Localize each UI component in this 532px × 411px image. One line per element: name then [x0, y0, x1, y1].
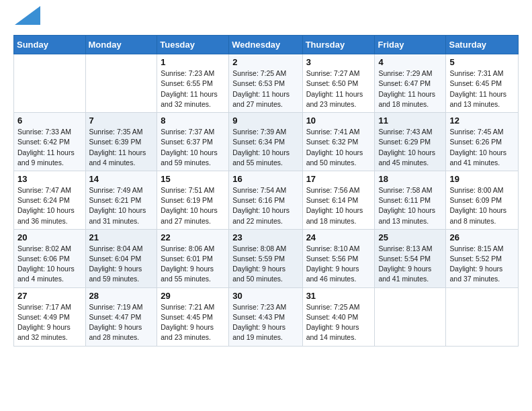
day-number: 31 — [306, 291, 371, 301]
calendar-cell: 2 Sunrise: 7:25 AM Sunset: 6:53 PM Dayli… — [229, 54, 302, 113]
cell-content: Sunrise: 7:23 AM Sunset: 4:43 PM Dayligh… — [232, 302, 298, 343]
header-row: SundayMondayTuesdayWednesdayThursdayFrid… — [14, 36, 519, 54]
calendar-cell: 11 Sunrise: 7:43 AM Sunset: 6:29 PM Dayl… — [375, 113, 446, 171]
calendar-cell: 4 Sunrise: 7:29 AM Sunset: 6:47 PM Dayli… — [375, 54, 446, 113]
daylight-text: Daylight: 9 hours and 50 minutes. — [232, 265, 285, 283]
sunset-text: Sunset: 5:54 PM — [378, 255, 431, 263]
sunrise-text: Sunrise: 7:19 AM — [89, 303, 143, 311]
page: SundayMondayTuesdayWednesdayThursdayFrid… — [0, 0, 532, 357]
daylight-text: Daylight: 10 hours and 27 minutes. — [161, 206, 218, 224]
day-header-sunday: Sunday — [14, 36, 86, 54]
logo-icon — [15, 6, 40, 25]
sunset-text: Sunset: 6:37 PM — [161, 138, 213, 146]
cell-content: Sunrise: 8:00 AM Sunset: 6:09 PM Dayligh… — [449, 185, 515, 226]
daylight-text: Daylight: 11 hours and 23 minutes. — [306, 90, 363, 108]
calendar-cell: 14 Sunrise: 7:49 AM Sunset: 6:21 PM Dayl… — [85, 171, 157, 229]
header — [13, 11, 519, 27]
calendar-cell: 1 Sunrise: 7:23 AM Sunset: 6:55 PM Dayli… — [157, 54, 229, 113]
calendar-cell: 5 Sunrise: 7:31 AM Sunset: 6:45 PM Dayli… — [446, 54, 519, 113]
sunrise-text: Sunrise: 8:04 AM — [89, 244, 143, 253]
cell-content: Sunrise: 7:21 AM Sunset: 4:45 PM Dayligh… — [161, 302, 225, 343]
sunset-text: Sunset: 6:55 PM — [161, 79, 213, 87]
sunrise-text: Sunrise: 7:51 AM — [161, 186, 214, 194]
daylight-text: Daylight: 11 hours and 9 minutes. — [17, 148, 75, 167]
day-number: 20 — [17, 232, 82, 242]
sunset-text: Sunset: 6:01 PM — [161, 255, 213, 263]
day-number: 15 — [161, 174, 225, 184]
calendar-cell: 15 Sunrise: 7:51 AM Sunset: 6:19 PM Dayl… — [157, 171, 229, 229]
sunrise-text: Sunrise: 8:06 AM — [161, 244, 214, 253]
cell-content: Sunrise: 7:56 AM Sunset: 6:14 PM Dayligh… — [306, 185, 371, 226]
cell-content: Sunrise: 7:43 AM Sunset: 6:29 PM Dayligh… — [378, 127, 442, 168]
sunrise-text: Sunrise: 7:21 AM — [161, 303, 214, 311]
sunrise-text: Sunrise: 7:23 AM — [232, 303, 286, 311]
sunset-text: Sunset: 6:45 PM — [449, 79, 502, 87]
day-number: 9 — [232, 116, 298, 126]
sunset-text: Sunset: 6:19 PM — [161, 196, 213, 204]
daylight-text: Daylight: 9 hours and 37 minutes. — [449, 265, 502, 283]
day-number: 26 — [449, 232, 515, 242]
cell-content: Sunrise: 8:15 AM Sunset: 5:52 PM Dayligh… — [449, 244, 515, 285]
sunset-text: Sunset: 6:06 PM — [17, 255, 70, 263]
calendar-cell — [14, 54, 86, 113]
sunset-text: Sunset: 4:49 PM — [17, 313, 70, 321]
week-row-2: 6 Sunrise: 7:33 AM Sunset: 6:42 PM Dayli… — [14, 113, 519, 171]
sunset-text: Sunset: 6:53 PM — [232, 79, 285, 87]
daylight-text: Daylight: 10 hours and 8 minutes. — [449, 206, 506, 224]
daylight-text: Daylight: 10 hours and 36 minutes. — [17, 206, 75, 224]
calendar-cell: 21 Sunrise: 8:04 AM Sunset: 6:04 PM Dayl… — [85, 229, 157, 287]
daylight-text: Daylight: 9 hours and 46 minutes. — [306, 265, 359, 283]
daylight-text: Daylight: 10 hours and 45 minutes. — [378, 148, 435, 167]
day-number: 27 — [17, 291, 82, 301]
sunrise-text: Sunrise: 8:08 AM — [232, 244, 286, 253]
cell-content: Sunrise: 7:49 AM Sunset: 6:21 PM Dayligh… — [89, 185, 154, 226]
sunrise-text: Sunrise: 8:02 AM — [17, 244, 71, 253]
day-number: 13 — [17, 174, 82, 184]
sunset-text: Sunset: 5:59 PM — [232, 255, 285, 263]
day-number: 3 — [306, 57, 371, 67]
day-number: 11 — [378, 116, 442, 126]
svg-marker-0 — [15, 6, 40, 25]
sunrise-text: Sunrise: 8:15 AM — [449, 244, 503, 253]
day-number: 1 — [161, 57, 225, 67]
daylight-text: Daylight: 11 hours and 18 minutes. — [378, 90, 435, 108]
sunrise-text: Sunrise: 7:23 AM — [161, 69, 214, 77]
sunrise-text: Sunrise: 7:39 AM — [232, 128, 286, 136]
daylight-text: Daylight: 10 hours and 31 minutes. — [89, 206, 146, 224]
cell-content: Sunrise: 7:29 AM Sunset: 6:47 PM Dayligh… — [378, 68, 442, 109]
cell-content: Sunrise: 7:19 AM Sunset: 4:47 PM Dayligh… — [89, 302, 154, 343]
calendar-cell — [446, 287, 519, 346]
sunrise-text: Sunrise: 8:00 AM — [449, 186, 503, 194]
cell-content: Sunrise: 8:02 AM Sunset: 6:06 PM Dayligh… — [17, 244, 82, 285]
sunset-text: Sunset: 6:24 PM — [17, 196, 70, 204]
sunset-text: Sunset: 5:52 PM — [449, 255, 502, 263]
daylight-text: Daylight: 11 hours and 27 minutes. — [232, 90, 290, 108]
daylight-text: Daylight: 10 hours and 41 minutes. — [449, 148, 506, 167]
cell-content: Sunrise: 8:13 AM Sunset: 5:54 PM Dayligh… — [378, 244, 442, 285]
calendar-cell: 30 Sunrise: 7:23 AM Sunset: 4:43 PM Dayl… — [229, 287, 302, 346]
daylight-text: Daylight: 11 hours and 4 minutes. — [89, 148, 146, 167]
calendar-cell: 6 Sunrise: 7:33 AM Sunset: 6:42 PM Dayli… — [14, 113, 86, 171]
calendar-cell: 29 Sunrise: 7:21 AM Sunset: 4:45 PM Dayl… — [157, 287, 229, 346]
week-row-4: 20 Sunrise: 8:02 AM Sunset: 6:06 PM Dayl… — [14, 229, 519, 287]
sunrise-text: Sunrise: 7:49 AM — [89, 186, 143, 194]
cell-content: Sunrise: 7:45 AM Sunset: 6:26 PM Dayligh… — [449, 127, 515, 168]
cell-content: Sunrise: 7:31 AM Sunset: 6:45 PM Dayligh… — [449, 68, 515, 109]
cell-content: Sunrise: 8:10 AM Sunset: 5:56 PM Dayligh… — [306, 244, 371, 285]
day-header-saturday: Saturday — [446, 36, 519, 54]
cell-content: Sunrise: 7:58 AM Sunset: 6:11 PM Dayligh… — [378, 185, 442, 226]
sunset-text: Sunset: 6:39 PM — [89, 138, 142, 146]
daylight-text: Daylight: 9 hours and 55 minutes. — [161, 265, 214, 283]
daylight-text: Daylight: 10 hours and 22 minutes. — [232, 206, 290, 224]
sunrise-text: Sunrise: 7:45 AM — [449, 128, 503, 136]
day-number: 18 — [378, 174, 442, 184]
day-number: 6 — [17, 116, 82, 126]
cell-content: Sunrise: 7:23 AM Sunset: 6:55 PM Dayligh… — [161, 68, 225, 109]
sunset-text: Sunset: 6:26 PM — [449, 138, 502, 146]
day-number: 23 — [232, 232, 298, 242]
daylight-text: Daylight: 9 hours and 32 minutes. — [17, 323, 71, 341]
day-number: 24 — [306, 232, 371, 242]
calendar-cell — [375, 287, 446, 346]
day-header-tuesday: Tuesday — [157, 36, 229, 54]
sunrise-text: Sunrise: 7:25 AM — [232, 69, 286, 77]
